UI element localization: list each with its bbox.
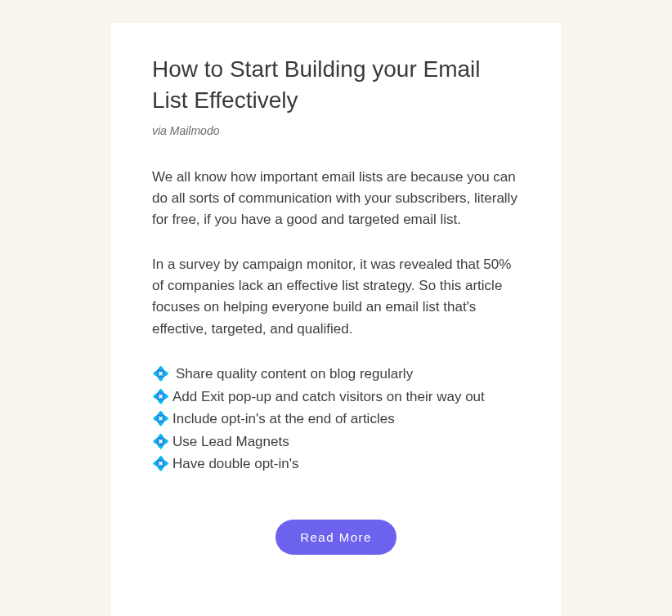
tip-text: Use Lead Magnets xyxy=(172,431,289,453)
article-byline: via Mailmodo xyxy=(152,124,520,137)
tip-text: Include opt-in's at the end of articles xyxy=(172,408,395,431)
tips-list: 💠 Share quality content on blog regularl… xyxy=(152,363,520,475)
article-paragraph-1: We all know how important email lists ar… xyxy=(152,167,520,231)
article-body: How to Start Building your Email List Ef… xyxy=(111,23,561,616)
email-preview-card: How to Start Building your Email List Ef… xyxy=(0,0,672,616)
list-item: 💠 Have double opt-in's xyxy=(152,453,520,475)
article-paragraph-2: In a survey by campaign monitor, it was … xyxy=(152,254,520,340)
list-item: 💠 Use Lead Magnets xyxy=(152,431,520,453)
diamond-icon: 💠 xyxy=(152,408,169,431)
tip-text: Share quality content on blog regularly xyxy=(176,363,413,386)
list-item: 💠 Include opt-in's at the end of article… xyxy=(152,408,520,431)
read-more-button[interactable]: Read More xyxy=(276,520,396,555)
cta-row: Read More xyxy=(152,520,520,555)
diamond-icon: 💠 xyxy=(152,363,169,386)
tip-text: Add Exit pop-up and catch visitors on th… xyxy=(172,386,485,408)
diamond-icon: 💠 xyxy=(152,431,169,453)
list-item: 💠 Share quality content on blog regularl… xyxy=(152,363,520,386)
diamond-icon: 💠 xyxy=(152,453,169,475)
diamond-icon: 💠 xyxy=(152,386,169,408)
tip-text: Have double opt-in's xyxy=(172,453,298,475)
list-item: 💠 Add Exit pop-up and catch visitors on … xyxy=(152,386,520,408)
article-title: How to Start Building your Email List Ef… xyxy=(152,54,520,116)
